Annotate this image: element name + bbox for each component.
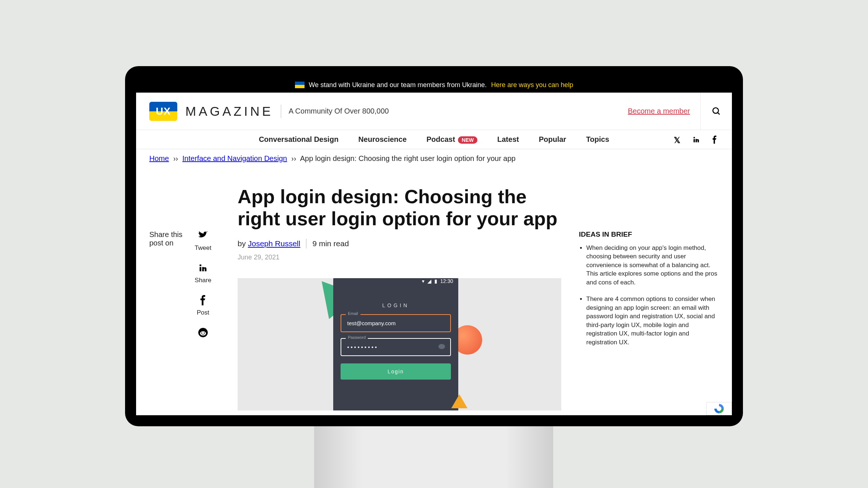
author-link[interactable]: Joseph Russell <box>248 239 300 248</box>
nav-latest[interactable]: Latest <box>497 135 519 144</box>
x-twitter-icon[interactable]: 𝕏 <box>674 136 682 144</box>
share-twitter[interactable]: Tweet <box>190 230 216 252</box>
ideas-in-brief-list: When deciding on your app's login method… <box>579 244 719 347</box>
password-field: Password • • • • • • • • • <box>341 338 451 356</box>
share-facebook[interactable]: Post <box>190 295 216 316</box>
email-label: Email <box>346 311 360 316</box>
monitor-frame: We stand with Ukraine and our team membe… <box>125 66 743 426</box>
tagline: A Community Of Over 800,000 <box>289 107 389 115</box>
become-member-link[interactable]: Become a member <box>628 107 690 115</box>
battery-icon: ▮ <box>434 278 437 284</box>
search-button[interactable] <box>700 93 732 130</box>
share-reddit[interactable] <box>190 327 216 339</box>
share-linkedin-label: Share <box>190 277 216 284</box>
sidebar: IDEAS IN BRIEF When deciding on your app… <box>561 168 719 410</box>
twitter-icon <box>198 230 208 241</box>
share-label: Share this post on <box>149 230 190 247</box>
nav-popular[interactable]: Popular <box>539 135 566 144</box>
article-body: Share this post on Tweet Share Post <box>136 168 732 410</box>
iib-item: When deciding on your app's login method… <box>586 244 719 287</box>
screen: We stand with Ukraine and our team membe… <box>136 77 732 415</box>
banner-link[interactable]: Here are ways you can help <box>491 81 573 89</box>
logo[interactable]: UX MAGAZINE <box>136 102 273 121</box>
article-title: App login design: Choosing the right use… <box>238 186 561 230</box>
email-field: Email test@company.com <box>341 314 451 332</box>
ideas-in-brief-title: IDEAS IN BRIEF <box>579 230 719 238</box>
share-column: Share this post on Tweet Share Post <box>149 168 238 410</box>
reddit-icon <box>198 327 208 338</box>
nav-podcast[interactable]: PodcastNEW <box>427 135 477 144</box>
crumb-current: App login design: Choosing the right use… <box>300 154 516 162</box>
facebook-icon <box>198 295 208 305</box>
iib-item: There are 4 common options to consider w… <box>586 295 719 347</box>
banner-text: We stand with Ukraine and our team membe… <box>309 81 487 89</box>
facebook-icon[interactable] <box>711 136 719 144</box>
recaptcha-icon <box>713 403 725 415</box>
ukraine-flag-icon <box>295 82 305 88</box>
wifi-icon: ▾ <box>422 278 424 284</box>
linkedin-icon <box>198 263 208 273</box>
triangle-decoration <box>451 394 467 408</box>
crumb-sep: ›› <box>173 154 178 162</box>
crumb-home[interactable]: Home <box>149 154 169 162</box>
phone-status-bar: ▾ ◢ ▮ 12:30 <box>422 278 453 284</box>
main-column: App login design: Choosing the right use… <box>238 168 561 410</box>
crumb-category[interactable]: Interface and Navigation Design <box>182 154 287 162</box>
divider <box>281 105 281 118</box>
search-icon <box>712 107 721 116</box>
phone-mockup: ▾ ◢ ▮ 12:30 LOGIN Email test@company.com… <box>333 278 458 410</box>
publish-date: June 29, 2021 <box>238 254 561 261</box>
password-value: • • • • • • • • • <box>347 344 377 350</box>
recaptcha-badge[interactable] <box>706 402 732 415</box>
password-label: Password <box>346 335 368 340</box>
nav-conversational[interactable]: Conversational Design <box>259 135 339 144</box>
announcement-banner: We stand with Ukraine and our team membe… <box>136 77 732 93</box>
phone-login-button: Login <box>341 363 451 380</box>
svg-point-4 <box>201 333 202 334</box>
nav-neuroscience[interactable]: Neuroscience <box>358 135 406 144</box>
crumb-sep: ›› <box>291 154 296 162</box>
logo-mark: UX <box>149 102 177 121</box>
divider <box>306 239 306 248</box>
svg-point-0 <box>713 108 718 113</box>
byline: by Joseph Russell 9 min read <box>238 239 561 248</box>
svg-line-1 <box>718 112 719 114</box>
share-facebook-label: Post <box>190 309 216 316</box>
share-twitter-label: Tweet <box>190 244 216 252</box>
nav-topics[interactable]: Topics <box>586 135 609 144</box>
new-badge: NEW <box>458 136 477 144</box>
linkedin-icon[interactable] <box>692 136 700 144</box>
breadcrumb: Home ›› Interface and Navigation Design … <box>136 149 732 168</box>
eye-icon <box>438 344 445 349</box>
phone-time: 12:30 <box>440 278 453 284</box>
email-value: test@company.com <box>347 320 396 326</box>
read-time: 9 min read <box>312 239 349 248</box>
svg-point-5 <box>204 333 205 334</box>
hero-image: ▾ ◢ ▮ 12:30 LOGIN Email test@company.com… <box>238 278 561 410</box>
share-linkedin[interactable]: Share <box>190 263 216 284</box>
site-header: UX MAGAZINE A Community Of Over 800,000 … <box>136 93 732 130</box>
logo-wordmark: MAGAZINE <box>185 104 273 119</box>
primary-nav: Conversational Design Neuroscience Podca… <box>136 130 732 149</box>
signal-icon: ◢ <box>427 278 431 284</box>
